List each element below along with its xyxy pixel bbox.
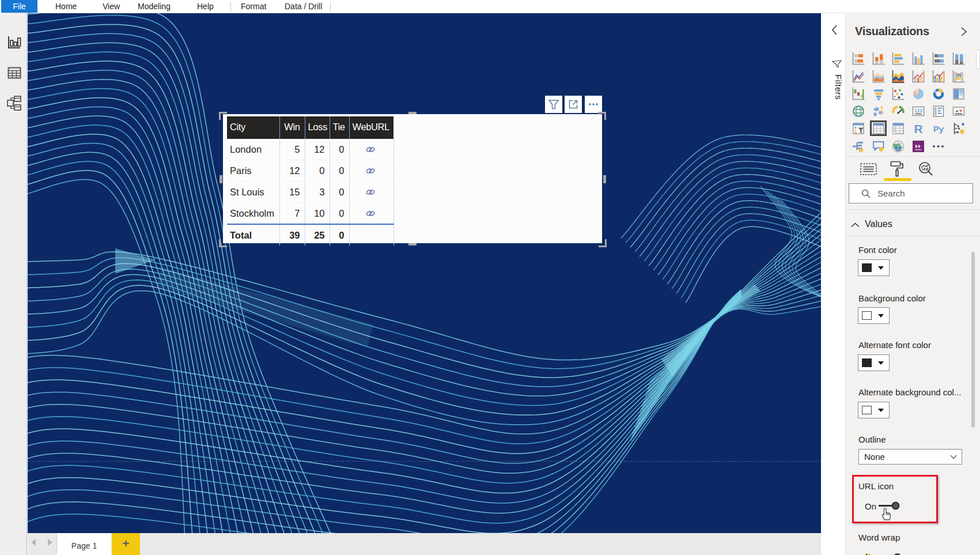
svg-text:Py: Py: [933, 124, 944, 134]
svg-text:123: 123: [914, 107, 922, 113]
svg-text:R: R: [914, 122, 922, 135]
